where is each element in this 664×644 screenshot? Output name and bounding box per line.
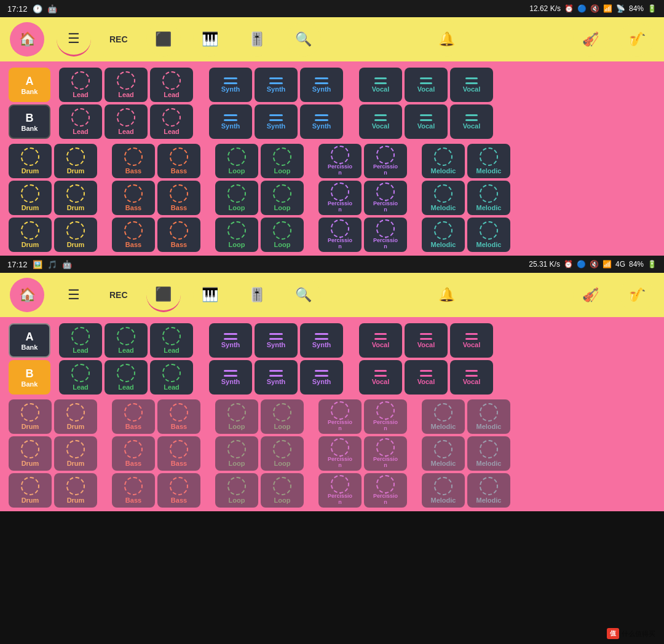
perc-pad-2-4[interactable]: Percission bbox=[364, 436, 407, 471]
vocal-pad-2-a3[interactable]: Vocal bbox=[450, 323, 493, 358]
rec-button-1[interactable]: REC bbox=[103, 22, 134, 57]
melodic-pad-2-4[interactable]: Melodic bbox=[467, 436, 510, 471]
lead-pad-2-b1[interactable]: Lead bbox=[59, 360, 102, 395]
vocal-pad-b3[interactable]: Vocal bbox=[450, 104, 493, 139]
grid-button-2[interactable]: ⬛ bbox=[146, 278, 181, 312]
bass-pad-2[interactable]: Bass bbox=[157, 144, 200, 178]
list-button-1[interactable]: ☰ bbox=[57, 22, 91, 57]
vocal-pad-2-b2[interactable]: Vocal bbox=[405, 360, 448, 395]
lead-pad-a2[interactable]: Lead bbox=[105, 68, 148, 102]
eq-button-2[interactable]: 🎚️ bbox=[240, 278, 274, 312]
drum-pad-2-2[interactable]: Drum bbox=[54, 399, 97, 434]
list-button-2[interactable]: ☰ bbox=[57, 278, 91, 312]
vocal-pad-2-a2[interactable]: Vocal bbox=[405, 323, 448, 358]
bass-pad-5[interactable]: Bass bbox=[112, 218, 155, 252]
bank-a-button-1[interactable]: A Bank bbox=[9, 68, 50, 102]
vocal-pad-a2[interactable]: Vocal bbox=[405, 68, 448, 102]
perc-pad-2-5[interactable]: Percission bbox=[318, 473, 362, 508]
melodic-pad-2-5[interactable]: Melodic bbox=[422, 473, 465, 508]
loop-pad-2-4[interactable]: Loop bbox=[261, 436, 304, 471]
lead-pad-2-a2[interactable]: Lead bbox=[105, 323, 148, 358]
search-button-1[interactable]: 🔍 bbox=[287, 22, 321, 57]
synth-pad-b1[interactable]: Synth bbox=[209, 104, 252, 139]
drum-pad-2[interactable]: Drum bbox=[54, 144, 97, 178]
melodic-pad-2[interactable]: Melodic bbox=[467, 144, 510, 178]
perc-pad-2-3[interactable]: Percission bbox=[318, 436, 362, 471]
melodic-pad-4[interactable]: Melodic bbox=[467, 181, 510, 215]
loop-pad-2-2[interactable]: Loop bbox=[261, 399, 304, 434]
sax-button-1[interactable]: 🎷 bbox=[620, 22, 654, 57]
perc-pad-1[interactable]: Percission bbox=[318, 144, 362, 178]
vocal-pad-b2[interactable]: Vocal bbox=[405, 104, 448, 139]
synth-pad-2-b2[interactable]: Synth bbox=[255, 360, 298, 395]
melodic-pad-2-6[interactable]: Melodic bbox=[467, 473, 510, 508]
melodic-pad-2-3[interactable]: Melodic bbox=[422, 436, 465, 471]
vocal-pad-2-a1[interactable]: Vocal bbox=[359, 323, 402, 358]
synth-pad-a3[interactable]: Synth bbox=[300, 68, 343, 102]
lead-pad-a1[interactable]: Lead bbox=[59, 68, 102, 102]
loop-pad-2-1[interactable]: Loop bbox=[215, 399, 258, 434]
lead-pad-2-b3[interactable]: Lead bbox=[150, 360, 193, 395]
bass-pad-4[interactable]: Bass bbox=[157, 181, 200, 215]
synth-pad-2-b3[interactable]: Synth bbox=[300, 360, 343, 395]
vocal-pad-a1[interactable]: Vocal bbox=[359, 68, 402, 102]
grid-button-1[interactable]: ⬛ bbox=[146, 22, 181, 57]
synth-pad-2-a3[interactable]: Synth bbox=[300, 323, 343, 358]
perc-pad-4[interactable]: Percission bbox=[364, 181, 407, 215]
loop-pad-2-3[interactable]: Loop bbox=[215, 436, 258, 471]
vocal-pad-b1[interactable]: Vocal bbox=[359, 104, 402, 139]
loop-pad-5[interactable]: Loop bbox=[215, 218, 258, 252]
perc-pad-2[interactable]: Percission bbox=[364, 144, 407, 178]
loop-pad-2-5[interactable]: Loop bbox=[215, 473, 258, 508]
perc-pad-5[interactable]: Percission bbox=[318, 218, 362, 252]
drum-pad-6[interactable]: Drum bbox=[54, 218, 97, 252]
bell-button-2[interactable]: 🔔 bbox=[430, 278, 464, 312]
loop-pad-1[interactable]: Loop bbox=[215, 144, 258, 178]
rec-button-2[interactable]: REC bbox=[103, 278, 134, 312]
bass-pad-2-3[interactable]: Bass bbox=[112, 436, 155, 471]
bass-pad-2-4[interactable]: Bass bbox=[157, 436, 200, 471]
lead-pad-2-a3[interactable]: Lead bbox=[150, 323, 193, 358]
home-button-2[interactable]: 🏠 bbox=[10, 278, 44, 312]
melodic-pad-2-1[interactable]: Melodic bbox=[422, 399, 465, 434]
melodic-pad-5[interactable]: Melodic bbox=[422, 218, 465, 252]
vocal-pad-2-b1[interactable]: Vocal bbox=[359, 360, 402, 395]
drum-pad-2-5[interactable]: Drum bbox=[9, 473, 52, 508]
eq-button-1[interactable]: 🎚️ bbox=[240, 22, 274, 57]
drum-pad-3[interactable]: Drum bbox=[9, 181, 52, 215]
drum-pad-2-6[interactable]: Drum bbox=[54, 473, 97, 508]
loop-pad-3[interactable]: Loop bbox=[215, 181, 258, 215]
loop-pad-2[interactable]: Loop bbox=[261, 144, 304, 178]
bass-pad-3[interactable]: Bass bbox=[112, 181, 155, 215]
bass-pad-2-1[interactable]: Bass bbox=[112, 399, 155, 434]
synth-pad-2-a1[interactable]: Synth bbox=[209, 323, 252, 358]
perc-pad-2-1[interactable]: Percission bbox=[318, 399, 362, 434]
loop-pad-6[interactable]: Loop bbox=[261, 218, 304, 252]
vocal-pad-2-b3[interactable]: Vocal bbox=[450, 360, 493, 395]
lead-pad-2-b2[interactable]: Lead bbox=[105, 360, 148, 395]
drum-pad-2-3[interactable]: Drum bbox=[9, 436, 52, 471]
synth-pad-a2[interactable]: Synth bbox=[255, 68, 298, 102]
synth-pad-b2[interactable]: Synth bbox=[255, 104, 298, 139]
perc-pad-2-2[interactable]: Percission bbox=[364, 399, 407, 434]
home-button-1[interactable]: 🏠 bbox=[10, 22, 44, 57]
loop-pad-4[interactable]: Loop bbox=[261, 181, 304, 215]
bell-button-1[interactable]: 🔔 bbox=[430, 22, 464, 57]
lead-pad-b2[interactable]: Lead bbox=[105, 104, 148, 139]
piano-button-2[interactable]: 🎹 bbox=[193, 278, 227, 312]
sax-button-2[interactable]: 🎷 bbox=[620, 278, 654, 312]
vocal-pad-a3[interactable]: Vocal bbox=[450, 68, 493, 102]
bank-b-button-1[interactable]: B Bank bbox=[9, 104, 50, 139]
melodic-pad-1[interactable]: Melodic bbox=[422, 144, 465, 178]
violin-button-1[interactable]: 🎻 bbox=[573, 22, 607, 57]
bass-pad-2-5[interactable]: Bass bbox=[112, 473, 155, 508]
perc-pad-2-6[interactable]: Percission bbox=[364, 473, 407, 508]
lead-pad-b3[interactable]: Lead bbox=[150, 104, 193, 139]
piano-button-1[interactable]: 🎹 bbox=[193, 22, 227, 57]
bass-pad-1[interactable]: Bass bbox=[112, 144, 155, 178]
synth-pad-b3[interactable]: Synth bbox=[300, 104, 343, 139]
melodic-pad-6[interactable]: Melodic bbox=[467, 218, 510, 252]
search-button-2[interactable]: 🔍 bbox=[287, 278, 321, 312]
bass-pad-2-2[interactable]: Bass bbox=[157, 399, 200, 434]
bass-pad-2-6[interactable]: Bass bbox=[157, 473, 200, 508]
